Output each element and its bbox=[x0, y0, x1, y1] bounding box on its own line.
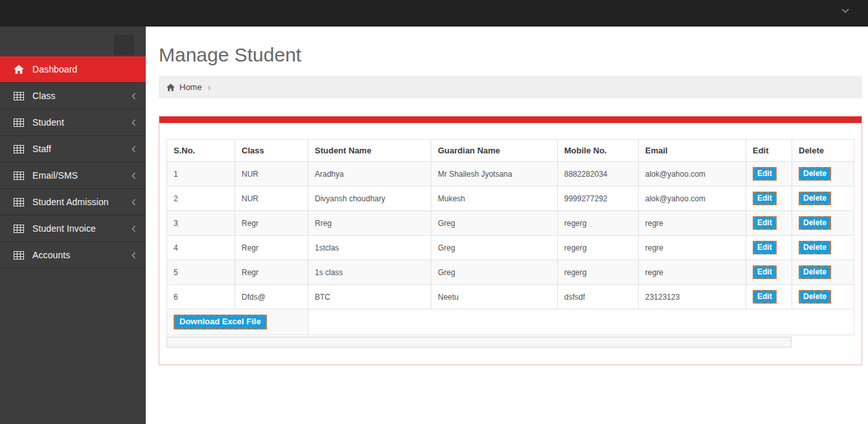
cell-edit: Edit bbox=[746, 260, 792, 285]
cell-email: alok@yahoo.com bbox=[639, 186, 746, 211]
edit-button[interactable]: Edit bbox=[753, 241, 777, 254]
delete-button[interactable]: Delete bbox=[799, 192, 831, 205]
table-icon bbox=[14, 251, 25, 260]
cell-edit: Edit bbox=[746, 285, 792, 309]
sidebar: DashboardClassStudentStaffEmail/SMSStude… bbox=[0, 27, 146, 424]
cell-edit: Edit bbox=[746, 162, 792, 186]
cell-guardian-name: Mukesh bbox=[431, 186, 558, 211]
sidebar-item-student[interactable]: Student bbox=[0, 109, 146, 136]
delete-button[interactable]: Delete bbox=[799, 241, 831, 254]
cell-delete: Delete bbox=[792, 211, 854, 236]
column-header-delete: Delete bbox=[792, 140, 854, 162]
table-row: 4Regr1stclasGregregergregreEditDelete bbox=[167, 236, 854, 260]
sidebar-header bbox=[0, 27, 146, 56]
sidebar-item-email-sms[interactable]: Email/SMS bbox=[0, 162, 146, 189]
cell-sno: 1 bbox=[167, 162, 235, 186]
sidebar-item-student-admission[interactable]: Student Admission bbox=[0, 189, 146, 216]
sidebar-item-label: Email/SMS bbox=[32, 170, 131, 181]
cell-guardian-name: Greg bbox=[431, 260, 558, 285]
students-table: S.No.ClassStudent NameGuardian NameMobil… bbox=[166, 139, 854, 335]
cell-mobile: 8882282034 bbox=[558, 162, 639, 186]
panel-body: S.No.ClassStudent NameGuardian NameMobil… bbox=[159, 123, 862, 364]
cell-mobile: regerg bbox=[558, 260, 639, 285]
cell-sno: 5 bbox=[167, 260, 235, 285]
student-table-panel: S.No.ClassStudent NameGuardian NameMobil… bbox=[159, 116, 862, 365]
table-icon bbox=[14, 144, 25, 154]
cell-guardian-name: Greg bbox=[431, 211, 558, 236]
column-header-email: Email bbox=[639, 140, 746, 162]
table-icon bbox=[14, 197, 25, 207]
cell-class: Dfds@ bbox=[235, 285, 308, 309]
sidebar-item-label: Student Admission bbox=[32, 197, 131, 207]
cell-sno: 6 bbox=[167, 285, 235, 309]
column-header-student-name: Student Name bbox=[308, 140, 431, 162]
chevron-left-icon bbox=[131, 93, 137, 100]
cell-student-name: 1s class bbox=[308, 260, 431, 285]
sidebar-item-label: Student bbox=[32, 117, 131, 128]
sidebar-menu: DashboardClassStudentStaffEmail/SMSStude… bbox=[0, 56, 146, 269]
cell-guardian-name: Greg bbox=[431, 236, 558, 260]
sidebar-item-student-invoice[interactable]: Student Invoice bbox=[0, 216, 146, 242]
delete-button[interactable]: Delete bbox=[799, 216, 831, 230]
chevron-left-icon bbox=[131, 225, 137, 232]
sidebar-toggle-button[interactable] bbox=[114, 35, 134, 55]
cell-class: Regr bbox=[235, 211, 308, 236]
sidebar-item-label: Student Invoice bbox=[32, 223, 131, 234]
home-icon bbox=[166, 84, 175, 91]
sidebar-item-staff[interactable]: Staff bbox=[0, 136, 146, 162]
sidebar-item-dashboard[interactable]: Dashboard bbox=[0, 56, 146, 83]
breadcrumb-home-link[interactable]: Home bbox=[179, 82, 202, 92]
table-icon bbox=[14, 118, 25, 128]
cell-sno: 3 bbox=[167, 211, 235, 236]
breadcrumb-separator-icon: › bbox=[208, 82, 211, 93]
table-icon bbox=[14, 91, 25, 101]
cell-delete: Delete bbox=[792, 162, 854, 186]
table-row: 6Dfds@BTCNeetudsfsdf23123123EditDelete bbox=[167, 285, 854, 309]
cell-email: alok@yahoo.com bbox=[639, 162, 746, 186]
cell-delete: Delete bbox=[792, 186, 854, 211]
delete-button[interactable]: Delete bbox=[799, 290, 831, 304]
chevron-left-icon bbox=[131, 146, 137, 153]
sidebar-item-accounts[interactable]: Accounts bbox=[0, 242, 146, 269]
delete-button[interactable]: Delete bbox=[799, 167, 831, 181]
cell-email: regre bbox=[639, 260, 746, 285]
cell-class: Regr bbox=[235, 260, 308, 285]
cell-class: Regr bbox=[235, 236, 308, 260]
horizontal-scrollbar[interactable] bbox=[166, 337, 792, 348]
table-footer-row: Download Excel File bbox=[167, 309, 854, 335]
edit-button[interactable]: Edit bbox=[753, 216, 777, 230]
sidebar-item-label: Accounts bbox=[32, 250, 131, 260]
edit-button[interactable]: Edit bbox=[753, 192, 777, 205]
column-header-mobile-no-: Mobile No. bbox=[558, 140, 639, 162]
table-header-row: S.No.ClassStudent NameGuardian NameMobil… bbox=[167, 140, 854, 162]
column-header-class: Class bbox=[235, 140, 308, 162]
delete-button[interactable]: Delete bbox=[799, 265, 831, 279]
cell-email: regre bbox=[639, 236, 746, 260]
sidebar-item-label: Dashboard bbox=[32, 64, 137, 74]
cell-mobile: regerg bbox=[558, 211, 639, 236]
cell-student-name: BTC bbox=[308, 285, 431, 309]
column-header-guardian-name: Guardian Name bbox=[431, 140, 558, 162]
sidebar-item-class[interactable]: Class bbox=[0, 83, 146, 109]
cell-email: regre bbox=[639, 211, 746, 236]
chevron-left-icon bbox=[131, 119, 137, 126]
footer-blank-cell bbox=[308, 309, 854, 335]
sidebar-item-label: Staff bbox=[32, 144, 131, 154]
sidebar-item-label: Class bbox=[32, 91, 131, 101]
cell-delete: Delete bbox=[792, 260, 854, 285]
cell-sno: 2 bbox=[167, 186, 235, 211]
edit-button[interactable]: Edit bbox=[753, 290, 777, 304]
breadcrumb: Home › bbox=[159, 76, 862, 98]
table-row: 5Regr1s classGregregergregreEditDelete bbox=[167, 260, 854, 285]
chevron-left-icon bbox=[131, 199, 137, 206]
table-row: 3RegrRregGregregergregreEditDelete bbox=[167, 211, 854, 236]
chevron-down-icon[interactable] bbox=[839, 5, 851, 17]
cell-sno: 4 bbox=[167, 236, 235, 260]
cell-edit: Edit bbox=[746, 186, 792, 211]
edit-button[interactable]: Edit bbox=[753, 167, 777, 181]
chevron-left-icon bbox=[131, 172, 137, 179]
edit-button[interactable]: Edit bbox=[753, 265, 777, 279]
cell-student-name: Aradhya bbox=[308, 162, 431, 186]
download-excel-button[interactable]: Download Excel File bbox=[174, 315, 267, 329]
main-content: Manage Student Home › S.No.ClassStudent … bbox=[146, 27, 868, 424]
